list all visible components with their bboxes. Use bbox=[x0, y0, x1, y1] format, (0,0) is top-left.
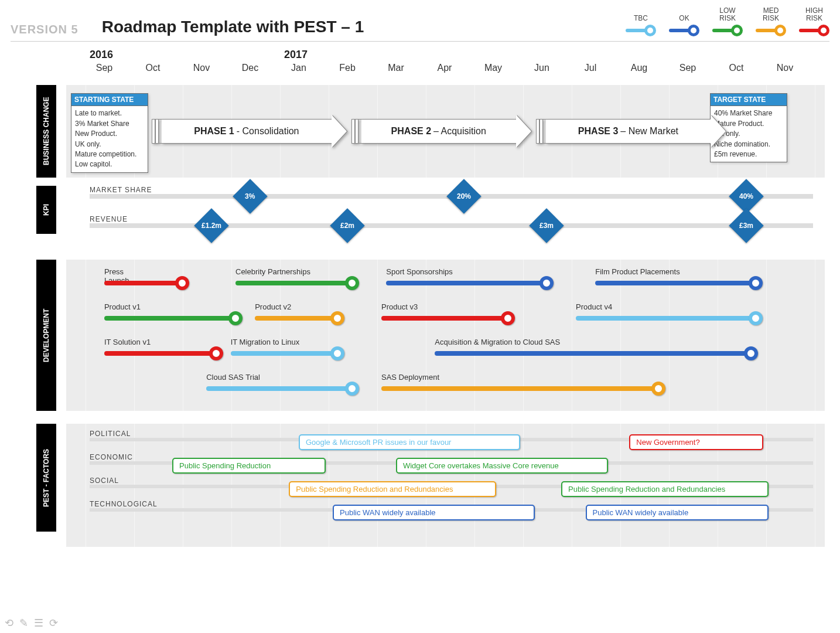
phase-arrow: PHASE 1 - Consolidation bbox=[152, 119, 346, 144]
year-label: 2017 bbox=[284, 49, 308, 61]
dev-bar bbox=[235, 281, 352, 285]
kpi-diamond: £3m bbox=[729, 209, 763, 243]
risk-legend: TBC OK LOWRISK MEDRISK bbox=[626, 7, 829, 36]
month-label: Jul bbox=[567, 63, 614, 73]
dev-milestone-ring bbox=[330, 346, 344, 360]
pest-factor-box: Public Spending Reduction bbox=[172, 458, 326, 474]
section-business-change: STARTING STATE Late to market. 3% Market… bbox=[66, 85, 825, 178]
dev-bar-label: IT Migration to Linux bbox=[231, 338, 300, 347]
month-label: May bbox=[470, 63, 517, 73]
section-kpi: MARKET SHARE3%20%40%REVENUE£1.2m£2m£3m£3… bbox=[66, 186, 825, 254]
dev-milestone-ring bbox=[175, 276, 189, 290]
kpi-diamond: £1.2m bbox=[194, 209, 228, 243]
month-label: Nov bbox=[178, 63, 225, 73]
month-label: Mar bbox=[373, 63, 419, 73]
month-label: Oct bbox=[129, 63, 176, 73]
section-development: PressLaunchCelebrity PartnershipsSport S… bbox=[66, 260, 825, 411]
slide: VERSION 5 Roadmap Template with PEST – 1… bbox=[0, 0, 840, 633]
month-label: Feb bbox=[324, 63, 371, 73]
year-row: 20162017 bbox=[66, 49, 825, 63]
month-row: SepOctNovDecJanFebMarAprMayJunJulAugSepO… bbox=[66, 63, 825, 78]
pest-row-label: POLITICAL bbox=[90, 430, 131, 438]
pest-row-label: TECHNOLOGICAL bbox=[90, 500, 158, 508]
grid-area: 20162017 SepOctNovDecJanFebMarAprMayJunJ… bbox=[66, 49, 825, 576]
kpi-row-label: MARKET SHARE bbox=[90, 186, 152, 194]
kpi-diamond: 20% bbox=[446, 179, 481, 214]
list-icon[interactable]: ☰ bbox=[34, 617, 43, 629]
pest-factor-box: Public Spending Reduction and Redundanci… bbox=[561, 481, 769, 497]
redo-icon[interactable]: ⟳ bbox=[49, 617, 58, 629]
section-pest: POLITICALECONOMICSOCIALTECHNOLOGICALGoog… bbox=[66, 424, 825, 547]
pest-row-label: ECONOMIC bbox=[90, 453, 133, 461]
pest-factor-box: New Government? bbox=[629, 434, 763, 450]
version-label: VERSION 5 bbox=[11, 23, 78, 36]
legend-item: TBC bbox=[626, 15, 656, 36]
dev-bar-label: Product v2 bbox=[255, 303, 291, 312]
pest-factor-box: Google & Microsoft PR issues in our favo… bbox=[299, 434, 520, 450]
dev-milestone-ring bbox=[651, 382, 665, 396]
dev-bar bbox=[381, 316, 508, 321]
dev-bar-label: Celebrity Partnerships bbox=[235, 268, 310, 277]
pest-factor-box: Public WAN widely available bbox=[586, 505, 769, 520]
dev-bar bbox=[435, 351, 751, 356]
legend-item: OK bbox=[669, 15, 699, 36]
dev-bar-label: Product v4 bbox=[576, 303, 612, 312]
month-label: Aug bbox=[616, 63, 663, 73]
dev-bar-label: Cloud SAS Trial bbox=[206, 373, 260, 382]
dev-bar bbox=[381, 386, 658, 391]
pest-factor-box: Public WAN widely available bbox=[333, 505, 535, 520]
dev-bar bbox=[104, 316, 235, 321]
dev-bar bbox=[104, 351, 216, 356]
month-label: Jan bbox=[275, 63, 322, 73]
kpi-row-label: REVENUE bbox=[90, 215, 128, 223]
dev-bar bbox=[104, 281, 182, 285]
kpi-diamond: £2m bbox=[330, 209, 364, 243]
section-label-business-change: BUSINESS CHANGE bbox=[36, 85, 56, 178]
month-label: Sep bbox=[664, 63, 711, 73]
year-label: 2016 bbox=[90, 49, 113, 61]
month-label: Jun bbox=[518, 63, 565, 73]
dev-bar bbox=[576, 316, 756, 321]
dev-bar bbox=[255, 316, 337, 321]
header: VERSION 5 Roadmap Template with PEST – 1… bbox=[11, 7, 829, 42]
section-label-development: DEVELOPMENT bbox=[36, 260, 56, 411]
dev-bar-label: SAS Deployment bbox=[381, 373, 439, 382]
dev-milestone-ring bbox=[345, 382, 359, 396]
dev-bar-label: Acquisition & Migration to Cloud SAS bbox=[435, 338, 560, 347]
footer-toolbar: ⟲ ✎ ☰ ⟳ bbox=[5, 617, 58, 629]
starting-state-card: STARTING STATE Late to market. 3% Market… bbox=[71, 93, 148, 172]
dev-milestone-ring bbox=[209, 346, 223, 360]
legend-item: LOWRISK bbox=[712, 7, 743, 36]
legend-item: HIGHRISK bbox=[799, 7, 829, 36]
section-label-pest: PEST - FACTORS bbox=[36, 424, 56, 532]
kpi-diamond: 3% bbox=[233, 179, 267, 214]
month-label: Sep bbox=[81, 63, 128, 73]
dev-bar bbox=[386, 281, 547, 285]
dev-milestone-ring bbox=[539, 276, 554, 290]
legend-item: MEDRISK bbox=[756, 7, 786, 36]
dev-milestone-ring bbox=[501, 311, 515, 325]
dev-bar bbox=[206, 386, 352, 391]
dev-bar-label: Film Product Placements bbox=[595, 268, 680, 277]
dev-milestone-ring bbox=[744, 346, 758, 360]
dev-bar bbox=[231, 351, 338, 356]
kpi-diamond: £3m bbox=[529, 209, 564, 243]
dev-bar-label: Product v1 bbox=[104, 303, 141, 312]
dev-bar-label: IT Solution v1 bbox=[104, 338, 151, 347]
section-label-kpi: KPI bbox=[36, 186, 56, 234]
pest-row-label: SOCIAL bbox=[90, 477, 119, 485]
dev-bar bbox=[595, 281, 756, 285]
roadmap-canvas: BUSINESS CHANGE KPI DEVELOPMENT PEST - F… bbox=[11, 49, 825, 576]
month-label: Apr bbox=[421, 63, 468, 73]
slide-title: Roadmap Template with PEST – 1 bbox=[102, 18, 364, 36]
dev-milestone-ring bbox=[228, 311, 243, 325]
pest-factor-box: Widget Core overtakes Massive Core reven… bbox=[396, 458, 608, 474]
dev-milestone-ring bbox=[330, 311, 344, 325]
dev-milestone-ring bbox=[749, 311, 763, 325]
pest-factor-box: Public Spending Reduction and Redundanci… bbox=[289, 481, 496, 497]
phase-arrow: PHASE 3 – New Market bbox=[536, 119, 726, 144]
month-label: Oct bbox=[713, 63, 760, 73]
edit-icon[interactable]: ✎ bbox=[19, 617, 28, 629]
undo-icon[interactable]: ⟲ bbox=[5, 617, 13, 629]
dev-bar-label: Product v3 bbox=[381, 303, 418, 312]
